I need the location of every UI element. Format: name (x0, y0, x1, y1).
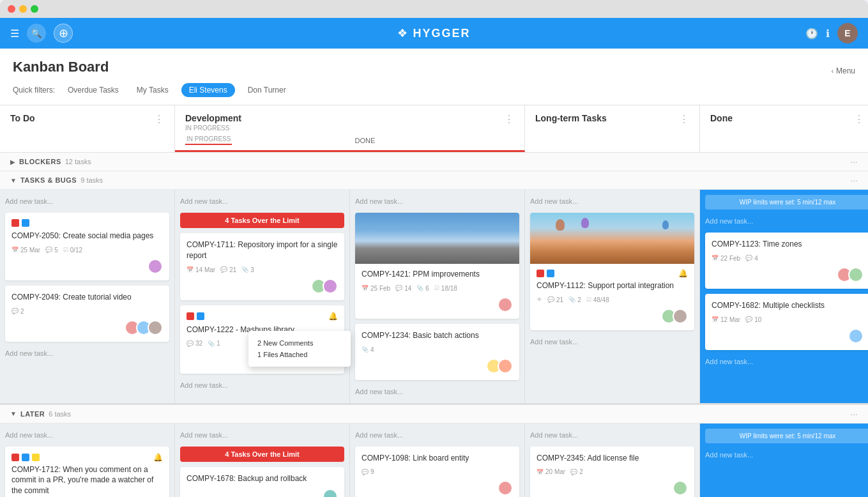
filter-don-turner[interactable]: Don Turner (243, 83, 291, 97)
notif-comments: 2 New Comments (257, 337, 342, 349)
blockers-section-header[interactable]: ▶ BLOCKERS 12 tasks ··· (0, 153, 868, 171)
col-title-development: Development (185, 113, 241, 123)
done-add-task-bottom[interactable]: Add new task... (705, 355, 868, 368)
card-title: COMPY-1112: Support portal integration (537, 280, 688, 291)
add-button[interactable]: ⊕ (54, 24, 73, 43)
chevron-left-icon: ‹ (832, 68, 834, 75)
filters-label: Quick filters: (13, 86, 55, 95)
tasks-bugs-board-row: Add new task... COMPY-2050: Create socia… (0, 190, 868, 404)
filter-overdue[interactable]: Overdue Tasks (63, 83, 124, 97)
todo-add-task[interactable]: Add new task... (5, 195, 169, 208)
later-toggle-icon: ▼ (10, 410, 17, 417)
card-meta: 📅 25 Mar 💬 5 ☑ 0/12 (11, 247, 163, 254)
card-meta: 💬 9 (362, 468, 513, 475)
todo-menu-icon[interactable]: ⋮ (154, 113, 164, 125)
wip-limit-banner: WIP limits were set: 5 min/12 max (705, 195, 868, 210)
comment-icon: 💬 (745, 316, 752, 323)
dev-inprogress-add-task[interactable]: Add new task... (180, 195, 344, 208)
card-title: COMPY-1678: Backup and rollback (187, 473, 338, 484)
task-card-compy-2345[interactable]: COMPY-2345: Add license file 📅 20 Mar 💬 … (530, 447, 694, 497)
blockers-dots-icon[interactable]: ··· (850, 157, 858, 167)
todo-add-task-bottom[interactable]: Add new task... (5, 347, 169, 360)
later-dev-done-add-task[interactable]: Add new task... (355, 429, 519, 441)
nav-center: ❖ HYGGER (397, 26, 470, 40)
maximize-button[interactable] (31, 5, 38, 13)
card-avatars (848, 328, 864, 344)
search-button[interactable]: 🔍 (27, 24, 46, 43)
later-dots-icon[interactable]: ··· (850, 409, 858, 419)
menu-label: Menu (836, 66, 855, 75)
bell-icon: 🔔 (328, 312, 338, 321)
clip-icon: 📎 (568, 296, 575, 303)
dev-inprogress-add-task-bottom[interactable]: Add new task... (180, 379, 344, 392)
tag-red (11, 454, 19, 461)
card-title: COMPY-1123: Time zones (712, 239, 864, 250)
col-subtitle-development: IN PROGRESS (185, 125, 241, 132)
tag-red (187, 312, 194, 320)
done-add-task[interactable]: Add new task... (705, 215, 868, 227)
done-menu-icon[interactable]: ⋮ (854, 113, 864, 125)
filter-eli-stevens[interactable]: Eli Stevens (181, 83, 235, 97)
task-card-compy-2049[interactable]: COMPY-2049: Create tutorial video 💬 2 (5, 286, 169, 342)
tasks-bugs-section-header[interactable]: ▼ TASKS & BUGS 9 tasks ··· (0, 171, 868, 190)
task-card-compy-1712[interactable]: 🔔 COMPY-1712: When you comment on a comm… (5, 447, 169, 497)
card-footer (11, 259, 163, 274)
task-card-compy-1711[interactable]: COMPY-1711: Repository import for a sing… (180, 233, 344, 300)
task-card-compy-2050[interactable]: COMPY-2050: Create social media pages 📅 … (5, 213, 169, 280)
later-done-add-task[interactable]: Add new task... (705, 448, 868, 461)
minimize-button[interactable] (19, 5, 27, 13)
task-card-compy-1123[interactable]: COMPY-1123: Time zones 📅 22 Feb 💬 4 (705, 233, 868, 289)
menu-button[interactable]: ‹ Menu (832, 66, 855, 75)
info-icon[interactable]: ℹ (826, 27, 830, 40)
column-headers: To Do ⋮ Development IN PROGRESS ⋮ IN PRO… (0, 105, 868, 153)
later-dev-inprogress-add-task[interactable]: Add new task... (180, 429, 344, 441)
card-meta: 💬 2 (11, 308, 163, 315)
comment-icon: 💬 (11, 308, 19, 314)
longterm-add-task[interactable]: Add new task... (530, 195, 694, 208)
tag-red (11, 219, 19, 227)
tag-yellow (32, 454, 40, 461)
dev-done-add-task[interactable]: Add new task... (355, 195, 519, 208)
tasks-bugs-dots-icon[interactable]: ··· (850, 175, 858, 185)
later-todo-add-task[interactable]: Add new task... (5, 429, 169, 441)
development-menu-icon[interactable]: ⋮ (504, 113, 514, 125)
comment-icon: 💬 (187, 340, 194, 347)
blockers-section-name: BLOCKERS (19, 158, 61, 165)
avatar-1 (498, 297, 513, 312)
task-card-compy-1678[interactable]: COMPY-1678: Backup and rollback (180, 467, 344, 497)
filter-my-tasks[interactable]: My Tasks (132, 83, 174, 97)
card-tags (11, 454, 40, 461)
later-section-header[interactable]: ▼ LATER 6 tasks ··· (0, 404, 868, 424)
card-meta: 📅 25 Feb 💬 14 📎 6 ☑ 18/18 (362, 285, 513, 292)
card-meta: 📎 4 (362, 346, 513, 353)
history-icon[interactable]: 🕐 (805, 27, 818, 40)
avatar-2 (848, 267, 864, 282)
comment-icon: 💬 (570, 469, 577, 475)
quick-filters: Quick filters: Overdue Tasks My Tasks El… (13, 83, 855, 105)
hamburger-icon[interactable]: ☰ (10, 27, 19, 40)
task-card-compy-1112[interactable]: 🔔 COMPY-1112: Support portal integration… (530, 213, 694, 330)
tasks-bugs-toggle-icon: ▼ (10, 177, 17, 184)
card-title: COMPY-2050: Create social media pages (11, 231, 163, 241)
avatar-1 (673, 480, 688, 496)
dev-done-add-task-bottom[interactable]: Add new task... (355, 385, 519, 398)
card-footer (537, 309, 688, 324)
task-card-compy-1098[interactable]: COMPY-1098: Link board entity 💬 9 (355, 447, 519, 497)
comment-icon: 💬 (45, 247, 52, 253)
card-meta: 📅 22 Feb 💬 4 (712, 255, 864, 262)
clip-icon: 📎 (362, 346, 369, 353)
task-card-compy-1421[interactable]: COMPY-1421: PPM improvements 📅 25 Feb 💬 … (355, 213, 519, 319)
card-avatars (673, 480, 688, 496)
avatar-3 (148, 320, 163, 335)
user-avatar[interactable]: E (837, 23, 858, 43)
task-card-compy-1234[interactable]: COMPY-1234: Basic batch actions 📎 4 (355, 324, 519, 380)
later-longterm-add-task[interactable]: Add new task... (530, 429, 694, 441)
longterm-add-task-bottom[interactable]: Add new task... (530, 335, 694, 348)
calendar-icon: 📅 (537, 469, 544, 475)
task-card-compy-1682[interactable]: COMPY-1682: Multiple checklists 📅 12 Mar… (705, 294, 868, 350)
longterm-menu-icon[interactable]: ⋮ (679, 113, 689, 125)
close-button[interactable] (8, 5, 15, 13)
card-footer (712, 328, 864, 344)
comment-icon: 💬 (362, 469, 369, 475)
comment-icon: 💬 (220, 266, 227, 273)
